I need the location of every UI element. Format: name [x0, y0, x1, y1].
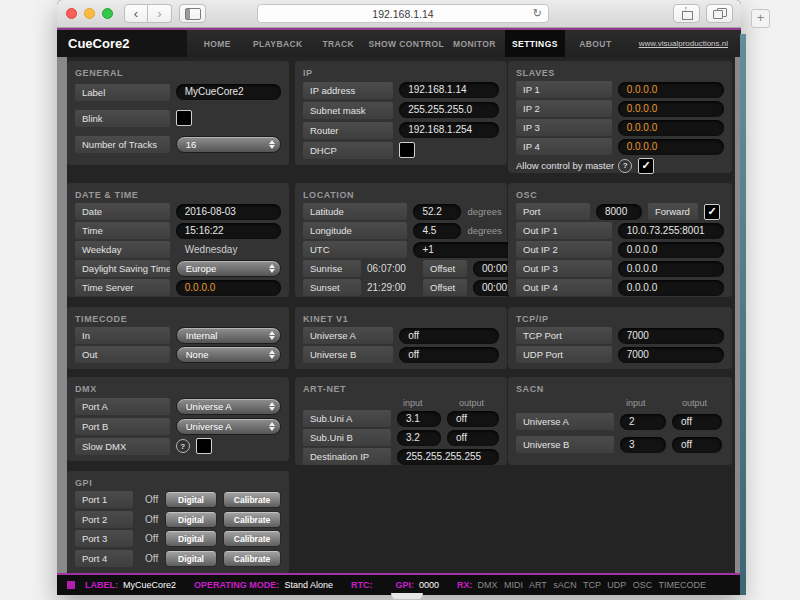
slow-dmx-checkbox[interactable]: ✓: [196, 438, 212, 454]
column-header: output: [682, 398, 707, 408]
osc-port-input[interactable]: 8000: [596, 204, 642, 220]
field-label: DHCP: [303, 142, 393, 159]
panel-title: GPI: [75, 475, 281, 491]
kinet-universe-b-input[interactable]: off: [399, 347, 499, 363]
digital-button-port3[interactable]: Digital: [165, 530, 217, 547]
osc-forward-checkbox[interactable]: ✓: [704, 204, 720, 220]
tab-settings[interactable]: SETTINGS: [505, 30, 566, 57]
dmx-port-b-select[interactable]: Universe A: [176, 418, 281, 435]
calibrate-button-port3[interactable]: Calibrate: [223, 530, 281, 547]
field-label: Out: [75, 346, 170, 363]
udp-port-input[interactable]: 7000: [618, 347, 724, 363]
close-window-icon[interactable]: [66, 8, 77, 19]
form-row: Universe B 3 off: [516, 435, 724, 454]
back-button[interactable]: ‹: [124, 4, 148, 23]
slave-ip4-input[interactable]: 0.0.0.0: [618, 139, 724, 155]
device-label-input[interactable]: MyCueCore2: [176, 84, 281, 100]
digital-button-port4[interactable]: Digital: [165, 550, 217, 567]
weekday-value: Wednesday: [176, 244, 238, 255]
slave-ip3-input[interactable]: 0.0.0.0: [618, 120, 724, 136]
longitude-input[interactable]: 4.5: [413, 223, 461, 239]
calibrate-button-port1[interactable]: Calibrate: [223, 491, 281, 508]
field-label: Latitude: [303, 203, 407, 220]
dhcp-checkbox[interactable]: ✓: [399, 142, 415, 158]
osc-out-ip3-input[interactable]: 0.0.0.0: [618, 261, 724, 277]
footer-rx-value: DMX MIDI ART sACN TCP UDP OSC TIMECODE: [477, 580, 706, 590]
calibrate-button-port4[interactable]: Calibrate: [223, 550, 281, 567]
blink-checkbox[interactable]: ✓: [176, 110, 192, 126]
artnet-b-input[interactable]: 3.2: [397, 430, 441, 446]
digital-button-port1[interactable]: Digital: [165, 491, 217, 508]
tab-playback[interactable]: PLAYBACK: [248, 30, 309, 57]
field-label: Number of Tracks: [75, 136, 170, 153]
slave-ip2-input[interactable]: 0.0.0.0: [618, 101, 724, 117]
tab-home[interactable]: HOME: [187, 30, 248, 57]
form-row: UTC +1: [303, 241, 530, 258]
window-resize-notch[interactable]: [391, 593, 423, 600]
panel-datetime: DATE & TIME Date 2016-08-03 Time 15:16:2…: [67, 183, 289, 297]
form-row: Port A Universe A: [75, 397, 281, 415]
panel-tcpip: TCP/IP TCP Port 7000 UDP Port 7000: [508, 307, 732, 369]
forward-button[interactable]: ›: [148, 4, 172, 23]
calibrate-button-port2[interactable]: Calibrate: [223, 511, 281, 528]
vendor-link[interactable]: www.visualproductions.nl: [626, 30, 741, 57]
field-label: Daylight Saving Time: [75, 260, 170, 277]
form-row: TCP Port 7000: [516, 327, 724, 344]
form-row: Time 15:16:22: [75, 222, 281, 239]
panel-title: DMX: [75, 381, 281, 397]
share-button[interactable]: ↑: [673, 4, 700, 23]
date-input[interactable]: 2016-08-03: [176, 204, 281, 220]
artnet-a-output[interactable]: off: [447, 411, 499, 427]
digital-button-port2[interactable]: Digital: [165, 511, 217, 528]
address-bar[interactable]: 192.168.1.14 ↻: [257, 4, 549, 23]
tab-about[interactable]: ABOUT: [565, 30, 626, 57]
form-row: Out IP 4 0.0.0.0: [516, 279, 724, 296]
tab-track[interactable]: TRACK: [308, 30, 369, 57]
router-input[interactable]: 192.168.1.254: [399, 122, 499, 138]
tracks-select[interactable]: 16: [176, 136, 281, 153]
reload-icon[interactable]: ↻: [533, 7, 542, 20]
sunrise-value: 06:07:00: [367, 263, 417, 274]
field-label: IP 2: [516, 100, 612, 117]
time-input[interactable]: 15:16:22: [176, 223, 281, 239]
sacn-a-output[interactable]: off: [672, 414, 722, 430]
osc-out-ip2-input[interactable]: 0.0.0.0: [618, 242, 724, 258]
dst-select[interactable]: Europe: [176, 260, 281, 277]
form-row: Sub.Uni B 3.2 off: [303, 429, 499, 446]
artnet-b-output[interactable]: off: [447, 430, 499, 446]
zoom-window-icon[interactable]: [102, 8, 113, 19]
page-content: GENERAL Label MyCueCore2 Blink ✓ Number …: [57, 57, 741, 573]
kinet-universe-a-input[interactable]: off: [399, 328, 499, 344]
show-tabs-button[interactable]: [706, 4, 733, 23]
slave-ip1-input[interactable]: 0.0.0.0: [618, 82, 724, 98]
minimize-window-icon[interactable]: [84, 8, 95, 19]
help-icon[interactable]: ?: [618, 159, 632, 173]
tab-monitor[interactable]: MONITOR: [444, 30, 505, 57]
form-row: Port 2 Off Digital Calibrate: [75, 511, 281, 529]
osc-out-ip4-input[interactable]: 0.0.0.0: [618, 280, 724, 296]
latitude-input[interactable]: 52.2: [413, 204, 461, 220]
sidebar-button[interactable]: [179, 4, 206, 23]
field-label: Port 2: [75, 511, 133, 528]
dmx-port-a-select[interactable]: Universe A: [176, 398, 281, 415]
field-label: Port 4: [75, 550, 133, 567]
help-icon[interactable]: ?: [176, 439, 190, 453]
form-row: Universe B off: [303, 346, 499, 363]
ip-address-input[interactable]: 192.168.1.14: [399, 82, 499, 98]
sacn-a-input[interactable]: 2: [620, 414, 666, 430]
subnet-mask-input[interactable]: 255.255.255.0: [399, 102, 499, 118]
tcp-port-input[interactable]: 7000: [618, 328, 724, 344]
osc-out-ip1-input[interactable]: 10.0.73.255:8001: [618, 223, 724, 239]
form-row: Allow control by master ? ✓: [516, 157, 724, 174]
artnet-destination-input[interactable]: 255.255.255.255: [397, 449, 499, 465]
new-tab-button[interactable]: +: [751, 9, 770, 28]
sacn-b-output[interactable]: off: [672, 437, 722, 453]
artnet-a-input[interactable]: 3.1: [397, 411, 441, 427]
tab-show-control[interactable]: SHOW CONTROL: [369, 30, 445, 57]
field-label: Offset: [423, 260, 467, 277]
timecode-in-select[interactable]: Internal: [176, 327, 281, 344]
time-server-input[interactable]: 0.0.0.0: [176, 280, 281, 296]
timecode-out-select[interactable]: None: [176, 346, 281, 363]
allow-master-checkbox[interactable]: ✓: [638, 158, 654, 174]
sacn-b-input[interactable]: 3: [620, 437, 666, 453]
